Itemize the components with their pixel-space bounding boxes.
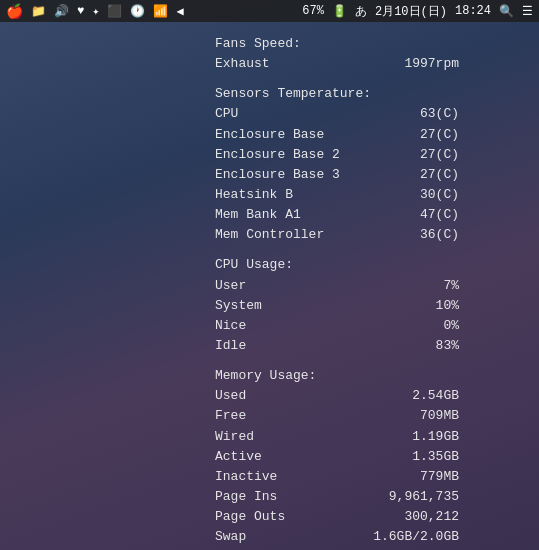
memory-usage-title: Memory Usage:: [215, 366, 539, 386]
sensor-value: 63(C): [420, 104, 459, 124]
cpu-value: 7%: [443, 276, 459, 296]
memory-label: Free: [215, 406, 246, 426]
sensors-title: Sensors Temperature:: [215, 84, 539, 104]
menubar: 🍎 📁 🔊 ♥ ✦ ⬛ 🕐 📶 ◀ 67% 🔋 あ 2月10日(日) 18:24…: [0, 0, 539, 22]
memory-value: 2.54GB: [412, 386, 459, 406]
timemachine-icon[interactable]: 🕐: [130, 4, 145, 19]
spotlight-icon[interactable]: 🔍: [499, 4, 514, 19]
sensor-label: Enclosure Base 2: [215, 145, 340, 165]
memory-value: 779MB: [420, 467, 459, 487]
sensor-row: Enclosure Base 2 27(C): [215, 145, 539, 165]
sensor-row: Heatsink B 30(C): [215, 185, 539, 205]
memory-value: 1.35GB: [412, 447, 459, 467]
memory-label: Swap: [215, 527, 246, 547]
cpu-row: System 10%: [215, 296, 539, 316]
cpu-label: Idle: [215, 336, 246, 356]
sensor-label: CPU: [215, 104, 238, 124]
menubar-left: 🍎 📁 🔊 ♥ ✦ ⬛ 🕐 📶 ◀: [6, 3, 184, 20]
memory-rows: Used 2.54GB Free 709MB Wired 1.19GB Acti…: [215, 386, 539, 547]
sensor-row: CPU 63(C): [215, 104, 539, 124]
sensor-label: Enclosure Base: [215, 125, 324, 145]
notification-icon[interactable]: ☰: [522, 4, 533, 19]
sensor-label: Enclosure Base 3: [215, 165, 340, 185]
cpu-label: User: [215, 276, 246, 296]
memory-label: Wired: [215, 427, 254, 447]
sensor-row: Mem Controller 36(C): [215, 225, 539, 245]
sensor-label: Heatsink B: [215, 185, 293, 205]
wifi-icon[interactable]: 📶: [153, 4, 168, 19]
language-indicator[interactable]: あ: [355, 3, 367, 20]
heart-icon: ♥: [77, 4, 84, 18]
cpu-row: Nice 0%: [215, 316, 539, 336]
battery-icon: 🔋: [332, 4, 347, 19]
finder-icon[interactable]: 📁: [31, 4, 46, 19]
sensor-row: Enclosure Base 27(C): [215, 125, 539, 145]
memory-value: 300,212: [404, 507, 459, 527]
memory-row: Active 1.35GB: [215, 447, 539, 467]
sensor-label: Mem Controller: [215, 225, 324, 245]
memory-row: Inactive 779MB: [215, 467, 539, 487]
sensor-value: 47(C): [420, 205, 459, 225]
cpu-usage-title: CPU Usage:: [215, 255, 539, 275]
cpu-row: Idle 83%: [215, 336, 539, 356]
cpu-label: Nice: [215, 316, 246, 336]
memory-label: Inactive: [215, 467, 277, 487]
fans-exhaust-value: 1997rpm: [404, 54, 459, 74]
memory-value: 1.6GB/2.0GB: [373, 527, 459, 547]
sensor-value: 27(C): [420, 145, 459, 165]
memory-value: 709MB: [420, 406, 459, 426]
battery-level: 67%: [302, 4, 324, 18]
cpu-row: User 7%: [215, 276, 539, 296]
sensor-value: 27(C): [420, 125, 459, 145]
sensors-rows: CPU 63(C) Enclosure Base 27(C) Enclosure…: [215, 104, 539, 245]
cpu-value: 83%: [436, 336, 459, 356]
date-display: 2月10日(日): [375, 3, 447, 20]
cpu-label: System: [215, 296, 262, 316]
main-content: Fans Speed: Exhaust 1997rpm Sensors Temp…: [0, 22, 539, 547]
menubar-right: 67% 🔋 あ 2月10日(日) 18:24 🔍 ☰: [302, 3, 533, 20]
memory-label: Page Ins: [215, 487, 277, 507]
sensor-value: 36(C): [420, 225, 459, 245]
display-icon: ⬛: [107, 4, 122, 19]
memory-row: Page Outs 300,212: [215, 507, 539, 527]
back-icon: ◀: [176, 4, 183, 19]
apple-menu-icon[interactable]: 🍎: [6, 3, 23, 20]
fans-exhaust-label: Exhaust: [215, 54, 270, 74]
memory-row: Page Ins 9,961,735: [215, 487, 539, 507]
memory-row: Free 709MB: [215, 406, 539, 426]
sensor-value: 27(C): [420, 165, 459, 185]
memory-label: Used: [215, 386, 246, 406]
memory-label: Active: [215, 447, 262, 467]
fans-exhaust-row: Exhaust 1997rpm: [215, 54, 539, 74]
sensor-label: Mem Bank A1: [215, 205, 301, 225]
cpu-value: 0%: [443, 316, 459, 336]
audio-icon: 🔊: [54, 4, 69, 19]
time-display: 18:24: [455, 4, 491, 18]
memory-label: Page Outs: [215, 507, 285, 527]
sensor-row: Enclosure Base 3 27(C): [215, 165, 539, 185]
memory-row: Wired 1.19GB: [215, 427, 539, 447]
cpu-value: 10%: [436, 296, 459, 316]
memory-value: 9,961,735: [389, 487, 459, 507]
sensor-row: Mem Bank A1 47(C): [215, 205, 539, 225]
memory-row: Used 2.54GB: [215, 386, 539, 406]
dropbox-icon: ✦: [92, 4, 99, 19]
memory-row: Swap 1.6GB/2.0GB: [215, 527, 539, 547]
sensor-value: 30(C): [420, 185, 459, 205]
fans-speed-title: Fans Speed:: [215, 34, 539, 54]
cpu-rows: User 7% System 10% Nice 0% Idle 83%: [215, 276, 539, 357]
memory-value: 1.19GB: [412, 427, 459, 447]
